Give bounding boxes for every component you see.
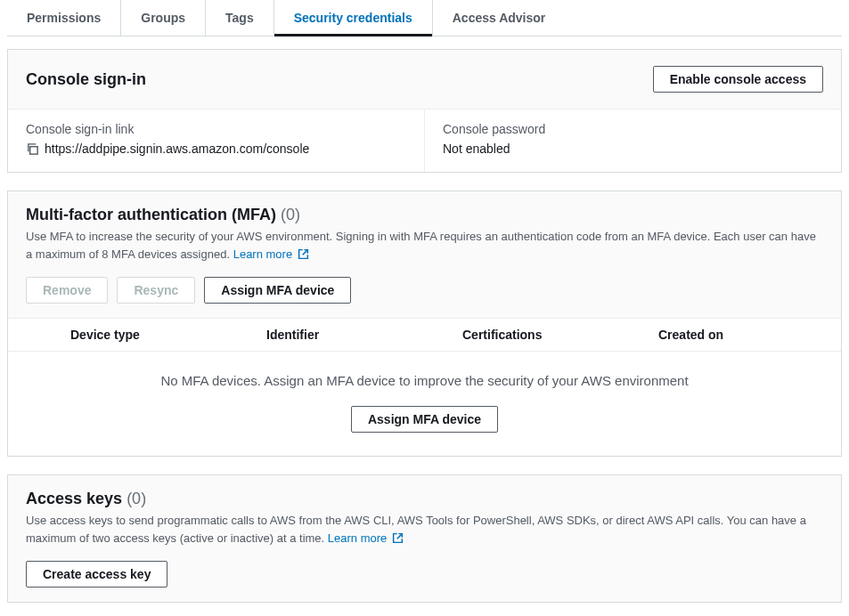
- access-keys-panel: Access keys (0) Use access keys to send …: [7, 474, 842, 603]
- assign-mfa-device-empty-button[interactable]: Assign MFA device: [351, 406, 498, 433]
- access-keys-desc-text: Use access keys to send programmatic cal…: [26, 514, 806, 545]
- access-keys-description: Use access keys to send programmatic cal…: [26, 512, 823, 548]
- tab-permissions[interactable]: Permissions: [7, 0, 121, 36]
- create-access-key-button[interactable]: Create access key: [26, 561, 167, 588]
- mfa-desc-text: Use MFA to increase the security of your…: [26, 230, 816, 261]
- console-signin-title: Console sign-in: [26, 70, 146, 89]
- access-keys-title: Access keys (0): [26, 490, 823, 508]
- enable-console-access-button[interactable]: Enable console access: [653, 66, 823, 93]
- access-keys-count: (0): [127, 490, 146, 507]
- mfa-description: Use MFA to increase the security of your…: [26, 228, 823, 264]
- external-link-icon: [298, 247, 309, 265]
- mfa-learn-more-link[interactable]: Learn more: [233, 247, 309, 261]
- mfa-title-text: Multi-factor authentication (MFA): [26, 206, 276, 223]
- console-password-label: Console password: [443, 122, 823, 136]
- console-password-value: Not enabled: [443, 142, 823, 156]
- mfa-title: Multi-factor authentication (MFA) (0): [26, 206, 823, 224]
- external-link-icon: [392, 531, 404, 549]
- mfa-panel: Multi-factor authentication (MFA) (0) Us…: [7, 190, 842, 457]
- tab-groups[interactable]: Groups: [121, 0, 206, 36]
- mfa-col-device-type[interactable]: Device type: [70, 328, 266, 342]
- console-link-label: Console sign-in link: [26, 122, 406, 136]
- access-keys-title-text: Access keys: [26, 490, 122, 507]
- svg-rect-0: [30, 146, 37, 153]
- mfa-col-identifier[interactable]: Identifier: [266, 328, 462, 342]
- mfa-count: (0): [281, 206, 300, 223]
- mfa-empty-message: No MFA devices. Assign an MFA device to …: [8, 352, 841, 397]
- tab-access-advisor[interactable]: Access Advisor: [433, 0, 566, 36]
- resync-mfa-button: Resync: [117, 277, 195, 304]
- assign-mfa-device-button[interactable]: Assign MFA device: [204, 277, 351, 304]
- remove-mfa-button: Remove: [26, 277, 108, 304]
- tab-bar: Permissions Groups Tags Security credent…: [7, 0, 842, 36]
- mfa-learn-text: Learn more: [233, 247, 292, 261]
- access-keys-learn-more-link[interactable]: Learn more: [328, 531, 404, 545]
- copy-icon[interactable]: [26, 142, 39, 156]
- tab-tags[interactable]: Tags: [206, 0, 274, 36]
- mfa-col-certifications[interactable]: Certifications: [462, 328, 658, 342]
- mfa-col-created-on[interactable]: Created on: [658, 328, 823, 342]
- console-link-value: https://addpipe.signin.aws.amazon.com/co…: [45, 142, 309, 156]
- tab-security-credentials[interactable]: Security credentials: [274, 0, 433, 36]
- console-signin-panel: Console sign-in Enable console access Co…: [7, 49, 842, 173]
- mfa-table-header: Device type Identifier Certifications Cr…: [8, 318, 841, 352]
- access-keys-learn-text: Learn more: [328, 531, 387, 545]
